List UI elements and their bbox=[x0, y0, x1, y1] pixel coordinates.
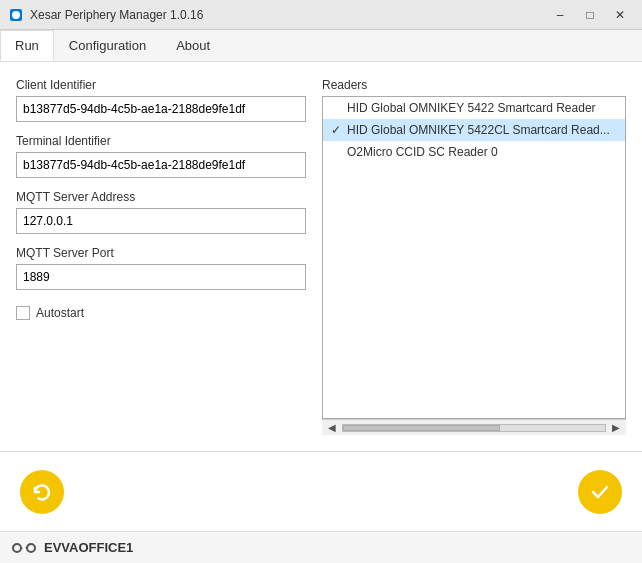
confirm-button[interactable] bbox=[578, 470, 622, 514]
menu-item-run[interactable]: Run bbox=[0, 30, 54, 61]
autostart-checkbox[interactable] bbox=[16, 306, 30, 320]
bottom-left bbox=[20, 470, 64, 514]
reader-item-1[interactable]: HID Global OMNIKEY 5422 Smartcard Reader bbox=[323, 97, 625, 119]
status-link-icon bbox=[12, 540, 36, 556]
title-bar-left: Xesar Periphery Manager 1.0.16 bbox=[8, 7, 203, 23]
client-identifier-group: Client Identifier bbox=[16, 78, 306, 122]
mqtt-port-input[interactable] bbox=[16, 264, 306, 290]
bottom-right bbox=[578, 470, 622, 514]
readers-scrollbar: ◀ ▶ bbox=[322, 419, 626, 435]
right-panel: Readers HID Global OMNIKEY 5422 Smartcar… bbox=[322, 78, 626, 435]
app-icon bbox=[8, 7, 24, 23]
mqtt-address-label: MQTT Server Address bbox=[16, 190, 306, 204]
mqtt-port-label: MQTT Server Port bbox=[16, 246, 306, 260]
menu-bar: Run Configuration About bbox=[0, 30, 642, 62]
bottom-bar bbox=[0, 451, 642, 531]
readers-list[interactable]: HID Global OMNIKEY 5422 Smartcard Reader… bbox=[322, 96, 626, 419]
reader-item-2[interactable]: ✓ HID Global OMNIKEY 5422CL Smartcard Re… bbox=[323, 119, 625, 141]
scroll-thumb bbox=[343, 425, 500, 431]
svg-rect-2 bbox=[13, 544, 21, 552]
scroll-track bbox=[342, 424, 606, 432]
minimize-button[interactable]: – bbox=[546, 4, 574, 26]
window-controls: – □ ✕ bbox=[546, 4, 634, 26]
reader-name-1: HID Global OMNIKEY 5422 Smartcard Reader bbox=[347, 101, 596, 115]
refresh-button[interactable] bbox=[20, 470, 64, 514]
autostart-row: Autostart bbox=[16, 306, 306, 320]
reader-name-3: O2Micro CCID SC Reader 0 bbox=[347, 145, 498, 159]
menu-item-configuration[interactable]: Configuration bbox=[54, 30, 161, 61]
terminal-identifier-group: Terminal Identifier bbox=[16, 134, 306, 178]
reader-name-2: HID Global OMNIKEY 5422CL Smartcard Read… bbox=[347, 123, 610, 137]
terminal-identifier-input[interactable] bbox=[16, 152, 306, 178]
readers-label: Readers bbox=[322, 78, 626, 92]
mqtt-port-group: MQTT Server Port bbox=[16, 246, 306, 290]
scroll-right-arrow[interactable]: ▶ bbox=[608, 421, 624, 435]
svg-rect-3 bbox=[27, 544, 35, 552]
main-content: Client Identifier Terminal Identifier MQ… bbox=[0, 62, 642, 451]
client-identifier-label: Client Identifier bbox=[16, 78, 306, 92]
mqtt-address-group: MQTT Server Address bbox=[16, 190, 306, 234]
maximize-button[interactable]: □ bbox=[576, 4, 604, 26]
left-panel: Client Identifier Terminal Identifier MQ… bbox=[16, 78, 306, 435]
scroll-left-arrow[interactable]: ◀ bbox=[324, 421, 340, 435]
terminal-identifier-label: Terminal Identifier bbox=[16, 134, 306, 148]
title-bar: Xesar Periphery Manager 1.0.16 – □ ✕ bbox=[0, 0, 642, 30]
mqtt-address-input[interactable] bbox=[16, 208, 306, 234]
reader-check-2: ✓ bbox=[329, 123, 343, 137]
status-text: EVVAOFFICE1 bbox=[44, 540, 133, 555]
autostart-label: Autostart bbox=[36, 306, 84, 320]
window-title: Xesar Periphery Manager 1.0.16 bbox=[30, 8, 203, 22]
svg-point-1 bbox=[12, 11, 20, 19]
client-identifier-input[interactable] bbox=[16, 96, 306, 122]
close-button[interactable]: ✕ bbox=[606, 4, 634, 26]
svg-line-5 bbox=[23, 546, 25, 550]
menu-item-about[interactable]: About bbox=[161, 30, 225, 61]
status-bar: EVVAOFFICE1 bbox=[0, 531, 642, 563]
reader-item-3[interactable]: O2Micro CCID SC Reader 0 bbox=[323, 141, 625, 163]
